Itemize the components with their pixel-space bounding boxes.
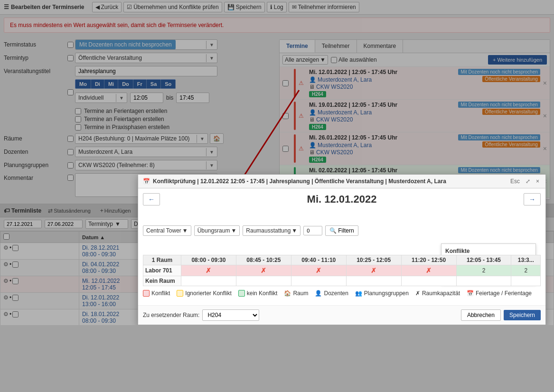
- calendar-icon: 📅: [143, 178, 150, 185]
- modal-footer: Zu ersetzender Raum: H204 Abbrechen Spei…: [138, 305, 545, 325]
- cell[interactable]: [291, 276, 346, 286]
- col-time-7: 13:3...: [511, 255, 541, 265]
- cell[interactable]: ✗: [291, 265, 346, 276]
- col-time-3: 09:40 - 11:10: [291, 255, 346, 265]
- legend-ok-icon: [238, 290, 245, 297]
- search-icon: 🔍: [329, 227, 337, 234]
- room-type-filter[interactable]: Übungsraum ▼: [194, 225, 240, 236]
- capacity-input[interactable]: [303, 226, 322, 235]
- legend-raum: 🏠 Raum: [284, 290, 308, 297]
- modal-body: ← Mi. 12.01.2022 → Central Tower ▼ Übung…: [138, 188, 545, 305]
- col-rooms: 1 Raum: [143, 255, 181, 265]
- dropdown-icon: ▼: [291, 227, 297, 234]
- building-filter[interactable]: Central Tower ▼: [143, 225, 191, 236]
- expand-button[interactable]: ⤢: [524, 177, 532, 185]
- groups-icon: 👥: [355, 290, 362, 297]
- cell[interactable]: [181, 276, 236, 286]
- cell[interactable]: 2: [456, 265, 511, 276]
- x-mark-icon: ✗: [371, 267, 376, 274]
- col-time-6: 12:05 - 13:45: [456, 255, 511, 265]
- footer-right: Abbrechen Speichern: [461, 309, 541, 321]
- legend-raumkapazitaet: ✗ Raumkapazität: [415, 290, 460, 297]
- capacity-icon: ✗: [415, 290, 420, 297]
- cell[interactable]: [456, 276, 511, 286]
- col-time-5: 11:20 - 12:50: [401, 255, 456, 265]
- schedule-grid: 1 Raum 08:00 - 09:30 08:45 - 10:25 09:40…: [143, 255, 541, 286]
- modal-save-button[interactable]: Speichern: [504, 310, 541, 320]
- close-button[interactable]: ×: [535, 177, 541, 185]
- next-date-button[interactable]: →: [524, 193, 541, 205]
- legend-ignoriert: Ignorierter Konflikt: [177, 290, 231, 297]
- legend-ignored-icon: [177, 290, 183, 297]
- filter-button[interactable]: 🔍 Filtern: [325, 225, 358, 236]
- legend-dozenten: 👤 Dozenten: [315, 290, 348, 297]
- col-time-4: 10:25 - 12:05: [346, 255, 401, 265]
- esc-button[interactable]: Esc: [509, 177, 521, 185]
- cell[interactable]: ✗: [346, 265, 401, 276]
- prev-date-button[interactable]: ←: [143, 193, 160, 205]
- x-mark-icon: ✗: [206, 267, 211, 274]
- legend: Konflikt Ignorierter Konflikt kein Konfl…: [143, 290, 541, 297]
- modal-nav: ← Mi. 12.01.2022 →: [143, 193, 541, 205]
- legend-kein: kein Konflikt: [238, 290, 278, 297]
- home-icon: 🏠: [284, 290, 291, 297]
- room-labor701: Labor 701: [143, 265, 181, 276]
- cell[interactable]: [511, 276, 541, 286]
- person-icon: 👤: [315, 290, 322, 297]
- schedule-row-labor: Labor 701 ✗ ✗ ✗ ✗ ✗ 2 2: [143, 265, 541, 276]
- room-kein: Kein Raum: [143, 276, 181, 286]
- modal-date: Mi. 12.01.2022: [160, 193, 524, 205]
- col-time-2: 08:45 - 10:25: [236, 255, 291, 265]
- cell[interactable]: [236, 276, 291, 286]
- col-time-1: 08:00 - 09:30: [181, 255, 236, 265]
- dropdown-icon: ▼: [231, 227, 236, 234]
- modal-title: 📅 Konfliktprüfung | 12.01.2022 12:05 - 1…: [143, 178, 446, 185]
- konflikt-modal: 📅 Konfliktprüfung | 12.01.2022 12:05 - 1…: [138, 174, 546, 325]
- x-mark-icon: ✗: [426, 267, 432, 274]
- legend-feiertage: 📅 Feiertage / Ferientage: [467, 290, 532, 297]
- schedule-table: 1 Raum 08:00 - 09:30 08:45 - 10:25 09:40…: [143, 255, 541, 286]
- legend-conflict-icon: [143, 290, 150, 297]
- calendar-feiertag-icon: 📅: [467, 290, 474, 297]
- dropdown-icon: ▼: [182, 227, 188, 234]
- x-mark-icon: ✗: [316, 267, 321, 274]
- cell[interactable]: [401, 276, 456, 286]
- room-replacement-select[interactable]: H204: [202, 309, 259, 321]
- footer-left: Zu ersetzender Raum: H204: [143, 309, 259, 321]
- cell[interactable]: ✗: [401, 265, 456, 276]
- cell[interactable]: [346, 276, 401, 286]
- legend-planungsgruppen: 👥 Planungsgruppen: [355, 290, 409, 297]
- legend-konflikt: Konflikt: [143, 290, 170, 297]
- cancel-button[interactable]: Abbrechen: [461, 309, 501, 321]
- modal-header: 📅 Konfliktprüfung | 12.01.2022 12:05 - 1…: [138, 175, 545, 188]
- schedule-row-kein: Kein Raum: [143, 276, 541, 286]
- modal-filters: Central Tower ▼ Übungsraum ▼ Raumausstat…: [143, 210, 541, 251]
- modal-controls: Esc ⤢ ×: [509, 177, 541, 185]
- equipment-filter[interactable]: Raumausstattung ▼: [243, 225, 300, 236]
- cell[interactable]: ✗: [181, 265, 236, 276]
- x-mark-icon: ✗: [261, 267, 266, 274]
- cell[interactable]: ✗: [236, 265, 291, 276]
- cell[interactable]: 2: [511, 265, 541, 276]
